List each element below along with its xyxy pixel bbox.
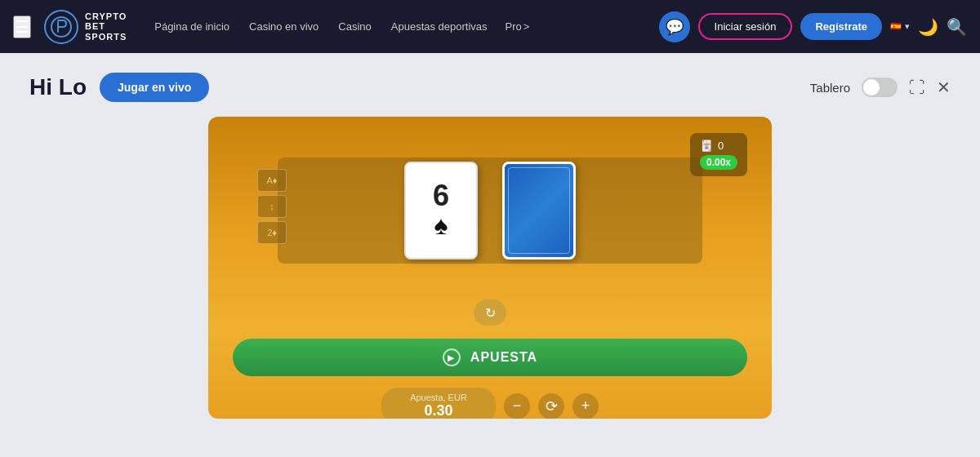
dark-mode-button[interactable]: 🌙	[918, 17, 938, 37]
nav-live-casino[interactable]: Casino en vivo	[241, 16, 327, 38]
play-icon: ▶	[443, 348, 461, 366]
play-live-button[interactable]: Jugar en vivo	[100, 73, 209, 102]
logo-circle	[44, 10, 78, 44]
hamburger-button[interactable]: ☰	[13, 16, 31, 38]
close-button[interactable]: ✕	[937, 78, 951, 97]
chevron-down-icon: ▾	[905, 21, 910, 32]
nav-casino[interactable]: Casino	[330, 16, 379, 38]
bet-currency-label: Apuesta, EUR	[394, 393, 483, 402]
multiplier-badge: 0.00x	[700, 155, 737, 170]
nav-links: Página de inicio Casino en vivo Casino A…	[146, 16, 650, 38]
language-selector[interactable]: 🇪🇸 ▾	[890, 21, 910, 32]
page-title: Hi Lo	[29, 74, 87, 100]
high-icon: A♦	[267, 175, 278, 185]
nav-right: 💬 Iniciar sesión Regístrate 🇪🇸 ▾ 🌙 🔍	[659, 11, 967, 42]
low-icon: 2♦	[267, 228, 277, 237]
chat-icon: 💬	[666, 18, 684, 36]
page-header: Hi Lo Jugar en vivo Tablero ⛶ ✕	[29, 73, 951, 102]
search-button[interactable]: 🔍	[947, 17, 967, 37]
navbar: ☰ CRYPTO BET SPORTS Página de inicio Cas…	[0, 0, 980, 53]
bet-section: ▶ APUESTA	[208, 332, 772, 383]
card-suit: ♠	[434, 211, 448, 241]
refresh-area: ↻	[208, 296, 772, 332]
refresh-button[interactable]: ↻	[474, 299, 506, 326]
expand-button[interactable]: ⛶	[909, 78, 925, 97]
brand-logo[interactable]: CRYPTO BET SPORTS	[44, 10, 127, 44]
bet-amount-section: Apuesta, EUR 0.30 − ⟳ +	[208, 383, 772, 419]
card-count-icon: 🃏	[700, 140, 713, 152]
game-container: A♦ ↕ 2♦ 6 ♠ 🃏	[208, 117, 772, 419]
updown-icon: ↕	[270, 202, 274, 211]
bet-plus-button[interactable]: +	[572, 393, 599, 419]
chat-button[interactable]: 💬	[659, 11, 690, 42]
tablero-toggle[interactable]	[862, 78, 898, 97]
card-row: 6 ♠	[278, 158, 702, 264]
bet-input-box: Apuesta, EUR 0.30	[381, 388, 496, 419]
current-card: 6 ♠	[404, 162, 478, 260]
page-content: Hi Lo Jugar en vivo Tablero ⛶ ✕ A♦ ↕ 2♦	[0, 53, 980, 419]
login-button[interactable]: Iniciar sesión	[698, 13, 793, 40]
card-number: 6	[433, 181, 449, 211]
page-header-left: Hi Lo Jugar en vivo	[29, 73, 209, 102]
nav-sports[interactable]: Apuestas deportivas	[383, 16, 496, 38]
tablero-label: Tablero	[810, 81, 850, 95]
register-button[interactable]: Regístrate	[800, 13, 882, 40]
score-count: 0	[718, 140, 724, 152]
page-header-right: Tablero ⛶ ✕	[810, 78, 951, 97]
bet-cycle-button[interactable]: ⟳	[538, 393, 564, 419]
bet-amount-value: 0.30	[394, 402, 483, 419]
mid-control[interactable]: ↕	[257, 195, 287, 218]
card-area: A♦ ↕ 2♦ 6 ♠ 🃏	[208, 117, 772, 296]
nav-home[interactable]: Página de inicio	[146, 16, 238, 38]
logo-text: CRYPTO BET SPORTS	[85, 11, 127, 41]
score-area: 🃏 0 0.00x	[690, 133, 747, 176]
low-control[interactable]: 2♦	[257, 221, 287, 244]
card-controls: A♦ ↕ 2♦	[257, 169, 287, 244]
flag-icon: 🇪🇸	[890, 21, 902, 32]
nav-more[interactable]: Pro >	[499, 16, 537, 38]
bet-button[interactable]: ▶ APUESTA	[233, 339, 747, 376]
high-control[interactable]: A♦	[257, 169, 287, 192]
next-card	[502, 162, 576, 260]
bet-button-label: APUESTA	[470, 350, 537, 365]
bet-minus-button[interactable]: −	[504, 393, 530, 419]
score-top: 🃏 0	[700, 140, 737, 152]
